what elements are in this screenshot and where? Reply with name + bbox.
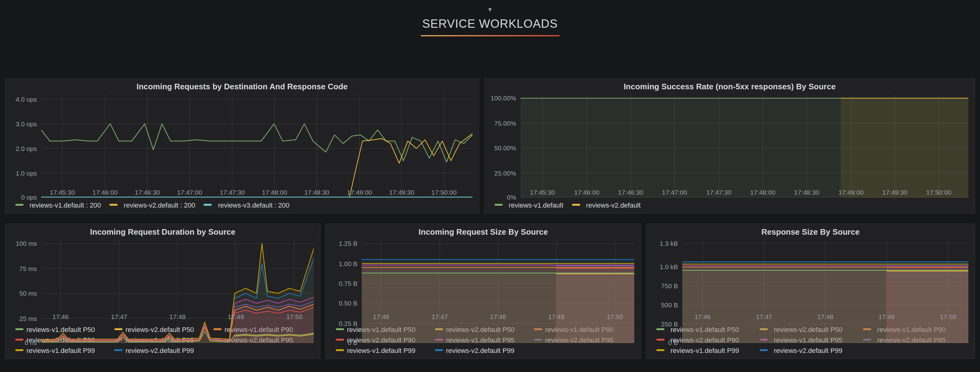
- y-axis-label: 75.00%: [494, 120, 516, 127]
- y-axis-label: 0 B: [348, 339, 358, 346]
- panel-request-duration: Incoming Request Duration by Source 100 …: [5, 224, 320, 359]
- panel-title[interactable]: Incoming Request Duration by Source: [6, 224, 320, 239]
- x-axis-label: 17:50: [595, 313, 635, 320]
- x-axis-label: 17:46: [41, 313, 80, 320]
- series-line: [41, 124, 473, 162]
- dashboard-row-header: ▾ SERVICE WORKLOADS: [0, 0, 980, 36]
- legend-item[interactable]: reviews-v2.default: [572, 200, 640, 210]
- panel-title[interactable]: Incoming Request Size By Source: [326, 224, 640, 239]
- y-axis-label: 4.0 ops: [16, 96, 37, 103]
- panel-incoming-requests: Incoming Requests by Destination And Res…: [5, 78, 479, 214]
- y-axis-label: 25 ms: [19, 315, 37, 322]
- y-axis-label: 100.00%: [491, 94, 516, 102]
- legend-swatch-icon: [656, 349, 664, 351]
- legend-swatch-icon: [572, 204, 580, 206]
- x-axis-label: 17:49: [537, 313, 576, 320]
- y-axis-label: 1.0 kB: [660, 263, 678, 270]
- legend-label: reviews-v1.default : 200: [30, 201, 101, 209]
- legend-label: reviews-v3.default : 200: [218, 201, 290, 209]
- x-axis-label: 17:48:00: [255, 188, 294, 196]
- x-axis-label: 17:49:30: [875, 188, 915, 196]
- legend-swatch-icon: [115, 349, 123, 351]
- x-axis-label: 17:50: [928, 313, 968, 320]
- x-axis-label: 17:46:00: [85, 188, 124, 196]
- legend-item[interactable]: reviews-v2.default P99: [435, 345, 525, 355]
- y-axis-label: 50 ms: [19, 289, 37, 297]
- x-axis-label: 17:46:00: [567, 188, 606, 196]
- chart-canvas[interactable]: [362, 239, 634, 343]
- legend-label: reviews-v2.default : 200: [124, 201, 195, 209]
- panel-success-rate: Incoming Success Rate (non-5xx responses…: [484, 78, 975, 214]
- legend-swatch-icon: [656, 339, 664, 341]
- legend-swatch-icon: [336, 349, 344, 351]
- legend-item[interactable]: reviews-v1.default P99: [336, 345, 426, 355]
- row-collapse-icon[interactable]: ▾: [0, 5, 980, 14]
- x-axis-label: 17:48: [806, 313, 845, 320]
- y-axis: 100.00%75.00%50.00%25.00%0%: [485, 94, 520, 187]
- legend-swatch-icon: [435, 349, 443, 351]
- legend-swatch-icon: [656, 328, 664, 330]
- panel-request-size: Incoming Request Size By Source 1.25 B1.…: [325, 224, 641, 359]
- series-fill: [235, 259, 314, 343]
- y-axis: 1.25 B1.00 B0.75 B0.50 B0.25 B0 B: [326, 239, 362, 311]
- x-axis: 17:45:3017:46:0017:46:3017:47:0017:47:30…: [520, 187, 968, 198]
- legend-item[interactable]: reviews-v1.default : 200: [15, 200, 101, 210]
- legend-swatch-icon: [15, 349, 23, 351]
- x-axis-label: 17:47: [745, 313, 784, 320]
- y-axis-label: 750 B: [661, 282, 678, 289]
- y-axis-label: 1.3 kB: [660, 239, 678, 247]
- x-axis: 17:45:3017:46:0017:46:3017:47:0017:47:30…: [41, 187, 473, 198]
- x-axis-label: 17:46: [361, 313, 401, 320]
- chart-canvas[interactable]: [682, 239, 968, 343]
- x-axis-label: 17:45:30: [523, 188, 562, 196]
- y-axis-label: 1.0 ops: [16, 169, 37, 177]
- legend-item[interactable]: reviews-v2.default P99: [760, 345, 854, 355]
- legend-swatch-icon: [336, 328, 344, 330]
- y-axis: 100 ms75 ms50 ms25 ms0 ns: [6, 239, 41, 311]
- x-axis-label: 17:45:30: [43, 188, 82, 196]
- chart-canvas[interactable]: [41, 94, 473, 198]
- chart-plot-area[interactable]: [682, 239, 968, 311]
- legend-item[interactable]: reviews-v1.default P99: [15, 345, 106, 355]
- y-axis-label: 0.50 B: [339, 300, 358, 307]
- legend-label: reviews-v1.default: [509, 201, 563, 209]
- panel-title[interactable]: Incoming Success Rate (non-5xx responses…: [485, 79, 974, 94]
- x-axis-label: 17:49: [867, 313, 906, 320]
- legend-item[interactable]: reviews-v1.default: [495, 200, 563, 210]
- dashboard: ▾ SERVICE WORKLOADS Incoming Requests by…: [0, 0, 980, 372]
- x-axis-label: 17:48: [478, 313, 518, 320]
- legend: reviews-v1.defaultreviews-v2.default: [485, 198, 974, 213]
- legend-item[interactable]: reviews-v2.default P99: [115, 345, 205, 355]
- legend-swatch-icon: [336, 339, 344, 341]
- series-fill: [682, 262, 968, 343]
- x-axis-label: 17:46: [683, 313, 722, 320]
- chart-plot-area[interactable]: [41, 239, 314, 311]
- x-axis-label: 17:46:30: [128, 188, 167, 196]
- panel-title[interactable]: Response Size By Source: [647, 224, 974, 239]
- legend-item[interactable]: reviews-v2.default : 200: [110, 200, 195, 210]
- chart-plot-area[interactable]: [41, 94, 473, 187]
- legend-item[interactable]: reviews-v3.default : 200: [204, 200, 290, 210]
- x-axis-label: 17:47: [420, 313, 459, 320]
- panel-title[interactable]: Incoming Requests by Destination And Res…: [6, 79, 479, 94]
- panel-response-size: Response Size By Source 1.3 kB1.0 kB750 …: [646, 224, 975, 359]
- x-axis-label: 17:48: [158, 313, 197, 320]
- legend-swatch-icon: [15, 339, 23, 341]
- y-axis-label: 2.0 ops: [16, 145, 37, 152]
- x-axis: 17:4617:4717:4817:4917:50: [362, 311, 634, 323]
- chart-canvas[interactable]: [520, 94, 968, 198]
- y-axis-label: 0.25 B: [339, 319, 358, 327]
- y-axis-label: 0 ops: [21, 193, 37, 201]
- legend-swatch-icon: [760, 349, 768, 351]
- chart-plot-area[interactable]: [362, 239, 634, 311]
- x-axis-label: 17:49:00: [831, 188, 871, 196]
- chart-canvas[interactable]: [41, 239, 314, 343]
- x-axis: 17:4617:4717:4817:4917:50: [682, 311, 968, 323]
- x-axis-label: 17:47:00: [170, 188, 209, 196]
- legend-label: reviews-v1.default P99: [671, 346, 739, 354]
- legend-item[interactable]: reviews-v1.default P99: [656, 345, 751, 355]
- chart-plot-area[interactable]: [520, 94, 968, 187]
- y-axis: 4.0 ops3.0 ops2.0 ops1.0 ops0 ops: [6, 94, 41, 187]
- title-underline: [420, 35, 560, 36]
- x-axis-label: 17:49:00: [340, 188, 379, 196]
